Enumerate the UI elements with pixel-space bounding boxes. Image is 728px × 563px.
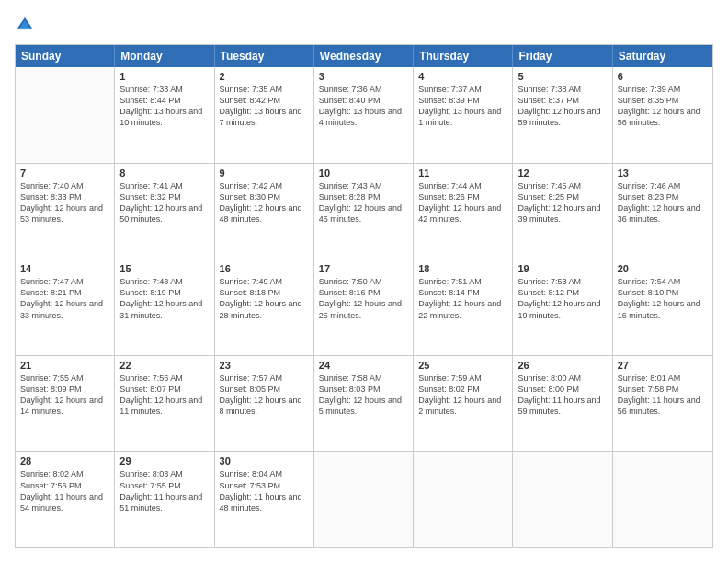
day-number: 4: [418, 71, 507, 82]
day-number: 13: [618, 167, 708, 178]
cell-info: Sunrise: 7:37 AMSunset: 8:39 PMDaylight:…: [418, 84, 507, 129]
day-number: 23: [220, 360, 309, 371]
cell-info: Sunrise: 7:38 AMSunset: 8:37 PMDaylight:…: [518, 84, 607, 129]
week-row-4: 21Sunrise: 7:55 AMSunset: 8:09 PMDayligh…: [16, 356, 712, 453]
day-cell-30: 30Sunrise: 8:04 AMSunset: 7:53 PMDayligh…: [215, 452, 314, 547]
day-cell-28: 28Sunrise: 8:02 AMSunset: 7:56 PMDayligh…: [16, 452, 115, 547]
week-row-3: 14Sunrise: 7:47 AMSunset: 8:21 PMDayligh…: [16, 259, 712, 356]
day-cell-13: 13Sunrise: 7:46 AMSunset: 8:23 PMDayligh…: [613, 164, 712, 259]
day-cell-15: 15Sunrise: 7:48 AMSunset: 8:19 PMDayligh…: [115, 259, 214, 355]
day-cell-8: 8Sunrise: 7:41 AMSunset: 8:32 PMDaylight…: [115, 164, 214, 259]
cell-info: Sunrise: 8:00 AMSunset: 8:00 PMDaylight:…: [518, 373, 607, 418]
day-cell-3: 3Sunrise: 7:36 AMSunset: 8:40 PMDaylight…: [314, 67, 414, 163]
empty-cell: [16, 67, 115, 163]
day-cell-24: 24Sunrise: 7:58 AMSunset: 8:03 PMDayligh…: [314, 356, 414, 452]
day-cell-16: 16Sunrise: 7:49 AMSunset: 8:18 PMDayligh…: [215, 259, 314, 355]
cell-info: Sunrise: 7:48 AMSunset: 8:19 PMDaylight:…: [119, 276, 209, 321]
day-header-saturday: Saturday: [613, 45, 712, 67]
day-number: 15: [119, 263, 209, 274]
header: [15, 15, 713, 35]
day-cell-20: 20Sunrise: 7:54 AMSunset: 8:10 PMDayligh…: [613, 259, 712, 355]
day-number: 26: [518, 360, 607, 371]
day-cell-25: 25Sunrise: 7:59 AMSunset: 8:02 PMDayligh…: [414, 356, 513, 452]
day-cell-23: 23Sunrise: 7:57 AMSunset: 8:05 PMDayligh…: [215, 356, 314, 452]
cell-info: Sunrise: 8:03 AMSunset: 7:55 PMDaylight:…: [119, 468, 209, 513]
week-row-2: 7Sunrise: 7:40 AMSunset: 8:33 PMDaylight…: [16, 164, 712, 260]
day-cell-21: 21Sunrise: 7:55 AMSunset: 8:09 PMDayligh…: [16, 356, 115, 452]
cell-info: Sunrise: 7:42 AMSunset: 8:30 PMDaylight:…: [220, 180, 309, 225]
cell-info: Sunrise: 7:47 AMSunset: 8:21 PMDaylight:…: [20, 276, 109, 321]
day-header-monday: Monday: [115, 45, 214, 67]
day-number: 9: [220, 167, 309, 178]
day-header-tuesday: Tuesday: [215, 45, 314, 67]
week-row-5: 28Sunrise: 8:02 AMSunset: 7:56 PMDayligh…: [16, 452, 712, 547]
day-number: 1: [119, 71, 209, 82]
cell-info: Sunrise: 8:01 AMSunset: 7:58 PMDaylight:…: [618, 373, 708, 418]
day-cell-17: 17Sunrise: 7:50 AMSunset: 8:16 PMDayligh…: [314, 259, 414, 355]
cell-info: Sunrise: 7:57 AMSunset: 8:05 PMDaylight:…: [220, 373, 309, 418]
day-number: 8: [119, 167, 209, 178]
day-header-thursday: Thursday: [414, 45, 513, 67]
cell-info: Sunrise: 7:50 AMSunset: 8:16 PMDaylight:…: [319, 276, 408, 321]
day-cell-26: 26Sunrise: 8:00 AMSunset: 8:00 PMDayligh…: [513, 356, 612, 452]
day-cell-22: 22Sunrise: 7:56 AMSunset: 8:07 PMDayligh…: [115, 356, 214, 452]
empty-cell: [314, 452, 414, 547]
day-number: 25: [418, 360, 507, 371]
day-number: 21: [20, 360, 109, 371]
calendar-header: SundayMondayTuesdayWednesdayThursdayFrid…: [16, 45, 712, 67]
day-cell-9: 9Sunrise: 7:42 AMSunset: 8:30 PMDaylight…: [215, 164, 314, 259]
week-row-1: 1Sunrise: 7:33 AMSunset: 8:44 PMDaylight…: [16, 67, 712, 164]
day-number: 7: [20, 167, 109, 178]
day-cell-2: 2Sunrise: 7:35 AMSunset: 8:42 PMDaylight…: [215, 67, 314, 163]
day-cell-14: 14Sunrise: 7:47 AMSunset: 8:21 PMDayligh…: [16, 259, 115, 355]
day-cell-27: 27Sunrise: 8:01 AMSunset: 7:58 PMDayligh…: [613, 356, 712, 452]
empty-cell: [513, 452, 612, 547]
calendar-body: 1Sunrise: 7:33 AMSunset: 8:44 PMDaylight…: [16, 67, 712, 547]
day-number: 28: [20, 455, 109, 466]
day-number: 11: [418, 167, 507, 178]
day-cell-4: 4Sunrise: 7:37 AMSunset: 8:39 PMDaylight…: [414, 67, 513, 163]
cell-info: Sunrise: 7:51 AMSunset: 8:14 PMDaylight:…: [418, 276, 507, 321]
cell-info: Sunrise: 8:04 AMSunset: 7:53 PMDaylight:…: [220, 468, 309, 513]
day-number: 3: [319, 71, 408, 82]
empty-cell: [613, 452, 712, 547]
day-cell-7: 7Sunrise: 7:40 AMSunset: 8:33 PMDaylight…: [16, 164, 115, 259]
day-cell-18: 18Sunrise: 7:51 AMSunset: 8:14 PMDayligh…: [414, 259, 513, 355]
day-number: 16: [220, 263, 309, 274]
cell-info: Sunrise: 7:59 AMSunset: 8:02 PMDaylight:…: [418, 373, 507, 418]
logo-icon: [15, 15, 35, 35]
cell-info: Sunrise: 7:41 AMSunset: 8:32 PMDaylight:…: [119, 180, 209, 225]
cell-info: Sunrise: 7:45 AMSunset: 8:25 PMDaylight:…: [518, 180, 607, 225]
day-header-sunday: Sunday: [16, 45, 115, 67]
day-number: 17: [319, 263, 408, 274]
day-cell-6: 6Sunrise: 7:39 AMSunset: 8:35 PMDaylight…: [613, 67, 712, 163]
cell-info: Sunrise: 7:43 AMSunset: 8:28 PMDaylight:…: [319, 180, 408, 225]
day-header-friday: Friday: [513, 45, 612, 67]
cell-info: Sunrise: 7:39 AMSunset: 8:35 PMDaylight:…: [618, 84, 708, 129]
day-number: 2: [220, 71, 309, 82]
day-number: 27: [618, 360, 708, 371]
day-number: 6: [618, 71, 708, 82]
cell-info: Sunrise: 7:36 AMSunset: 8:40 PMDaylight:…: [319, 84, 408, 129]
day-cell-5: 5Sunrise: 7:38 AMSunset: 8:37 PMDaylight…: [513, 67, 612, 163]
day-number: 18: [418, 263, 507, 274]
day-cell-11: 11Sunrise: 7:44 AMSunset: 8:26 PMDayligh…: [414, 164, 513, 259]
cell-info: Sunrise: 7:44 AMSunset: 8:26 PMDaylight:…: [418, 180, 507, 225]
day-number: 22: [119, 360, 209, 371]
day-cell-29: 29Sunrise: 8:03 AMSunset: 7:55 PMDayligh…: [115, 452, 214, 547]
day-number: 20: [618, 263, 708, 274]
day-cell-19: 19Sunrise: 7:53 AMSunset: 8:12 PMDayligh…: [513, 259, 612, 355]
cell-info: Sunrise: 7:46 AMSunset: 8:23 PMDaylight:…: [618, 180, 708, 225]
cell-info: Sunrise: 8:02 AMSunset: 7:56 PMDaylight:…: [20, 468, 109, 513]
day-number: 12: [518, 167, 607, 178]
calendar: SundayMondayTuesdayWednesdayThursdayFrid…: [15, 44, 713, 548]
cell-info: Sunrise: 7:58 AMSunset: 8:03 PMDaylight:…: [319, 373, 408, 418]
day-header-wednesday: Wednesday: [314, 45, 414, 67]
day-number: 30: [220, 455, 309, 466]
day-number: 10: [319, 167, 408, 178]
day-cell-1: 1Sunrise: 7:33 AMSunset: 8:44 PMDaylight…: [115, 67, 214, 163]
cell-info: Sunrise: 7:35 AMSunset: 8:42 PMDaylight:…: [220, 84, 309, 129]
day-number: 19: [518, 263, 607, 274]
logo: [15, 15, 39, 35]
day-cell-12: 12Sunrise: 7:45 AMSunset: 8:25 PMDayligh…: [513, 164, 612, 259]
